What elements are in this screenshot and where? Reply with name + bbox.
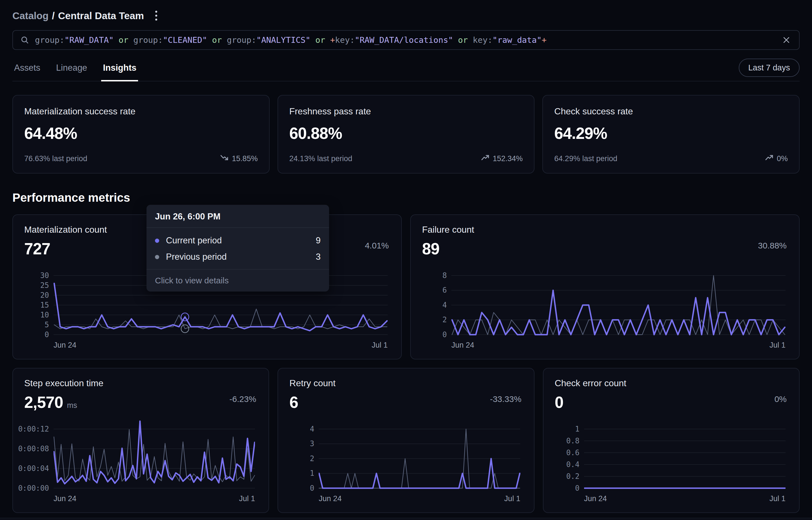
series-value: 9 [316,235,321,245]
breadcrumb-separator: / [52,10,55,21]
y-tick-label: 4 [310,425,314,433]
y-tick-label: 3 [310,439,314,448]
trend-up-icon [765,154,774,163]
tab-lineage[interactable]: Lineage [54,63,89,81]
stat-card-title: Materialization success rate [24,106,258,116]
stat-delta: 0% [765,154,788,163]
stat-delta-value: 0% [777,154,788,163]
search-token: or [453,35,473,45]
stat-last-period: 24.13% last period [289,154,352,163]
x-axis-labels: Jun 24 Jul 1 [451,341,786,349]
y-tick-label: 0.6 [566,448,580,457]
chart-plot[interactable] [451,264,786,337]
tooltip-hint[interactable]: Click to view details [147,269,329,291]
search-token: "ANALYTICS" [256,35,311,45]
y-tick-label: 6 [442,286,447,294]
chart-unit: ms [67,401,77,410]
x-axis-start-label: Jun 24 [54,494,76,503]
next-section-edge [0,518,812,520]
stat-card-value: 64.48% [24,124,258,142]
y-tick-label: 0.2 [566,472,580,480]
search-token: or [207,35,227,45]
search-token: + [330,35,335,45]
y-tick-label: 0:00:00 [18,484,49,492]
search-token: "raw_data" [493,35,542,45]
y-tick-label: 15 [40,301,49,309]
x-axis-labels: Jun 24 Jul 1 [54,341,388,349]
tab-insights[interactable]: Insights [101,63,138,81]
chart-title: Retry count [289,378,522,388]
stat-delta: 152.34% [481,154,523,163]
y-tick-label: 5 [45,320,49,329]
y-tick-label: 0 [45,331,49,339]
y-tick-label: 0:00:04 [18,464,49,473]
x-axis-end-label: Jul 1 [504,494,520,503]
y-tick-label: 1 [575,425,580,433]
stat-card: Freshness pass rate 60.88% 24.13% last p… [278,95,535,174]
breadcrumb-catalog-link[interactable]: Catalog [12,10,49,21]
x-axis-end-label: Jul 1 [372,341,388,349]
y-tick-label: 4 [442,301,447,309]
stat-card: Materialization success rate 64.48% 76.6… [12,95,270,174]
chart-value: 0 [555,393,564,412]
stat-card-title: Freshness pass rate [289,106,523,116]
chart-area: 0:00:120:00:080:00:040:00:00 [24,418,257,491]
clear-search-icon[interactable] [781,35,792,45]
series-label: Previous period [166,252,316,262]
x-axis-labels: Jun 24 Jul 1 [319,494,520,503]
chart-value: 89 [422,239,439,258]
series-color-dot [155,239,159,243]
chart-row-secondary: Step execution time 2,570 ms -6.23% 0:00… [12,368,800,513]
kebab-menu-icon[interactable] [154,9,159,22]
search-token: "RAW_DATA/locations" [355,35,453,45]
search-token: key: [335,35,355,45]
chart-delta-percent: 0% [775,394,787,404]
section-title: Performance metrics [12,191,800,205]
search-token: group: [227,35,256,45]
summary-stat-cards: Materialization success rate 64.48% 76.6… [12,95,800,174]
stat-delta-value: 152.34% [493,154,523,163]
search-token: "RAW_DATA" [64,35,114,45]
tab-assets[interactable]: Assets [12,63,42,81]
chart-title: Check error count [555,378,788,388]
page-title: Central Data Team [58,10,144,21]
chart-plot[interactable] [54,418,255,491]
y-axis-labels: 302520151050 [24,264,49,337]
chart-plot[interactable] [319,418,520,491]
chart-area: 43210 [289,418,522,491]
stat-last-period: 76.63% last period [24,154,87,163]
search-token: "CLEANED" [163,35,207,45]
chart-plot[interactable] [584,418,786,491]
x-axis-start-label: Jun 24 [319,494,341,503]
search-token: group: [133,35,163,45]
search-query-text: group:"RAW_DATA" or group:"CLEANED" or g… [35,35,776,45]
search-token: key: [473,35,493,45]
chart-card: Retry count 6 -33.33% 43210 Jun 24 Jul 1 [278,368,534,513]
search-token: group: [35,35,64,45]
search-token: or [311,35,330,45]
insights-page: Catalog / Central Data Team group:"RAW_D… [0,0,812,520]
chart-delta-percent: 30.88% [758,241,787,251]
y-tick-label: 0:00:12 [18,425,49,433]
trend-up-icon [481,154,490,163]
tooltip-timestamp: Jun 26, 6:00 PM [147,205,329,228]
y-tick-label: 0 [442,331,447,339]
asset-search-input[interactable]: group:"RAW_DATA" or group:"CLEANED" or g… [12,30,800,50]
chart-delta-percent: -33.33% [490,394,522,404]
date-range-button[interactable]: Last 7 days [739,59,800,77]
y-tick-label: 0 [575,484,580,492]
chart-card: Check error count 0 0% 10.80.60.40.20 Ju… [543,368,800,513]
y-axis-labels: 86420 [422,264,447,337]
stat-card: Check success rate 64.29% 64.29% last pe… [542,95,800,174]
x-axis-end-label: Jul 1 [769,494,786,503]
chart-card: Failure count 89 30.88% 86420 Jun 24 Jul… [410,214,800,359]
y-tick-label: 0 [310,484,314,492]
y-tick-label: 30 [40,271,49,280]
chart-card: Step execution time 2,570 ms -6.23% 0:00… [12,368,269,513]
y-tick-label: 8 [442,271,447,280]
y-tick-label: 25 [40,281,49,290]
stat-card-value: 60.88% [289,124,523,142]
chart-area: 10.80.60.40.20 [555,418,788,491]
y-axis-labels: 10.80.60.40.20 [555,418,580,491]
x-axis-start-label: Jun 24 [584,494,607,503]
